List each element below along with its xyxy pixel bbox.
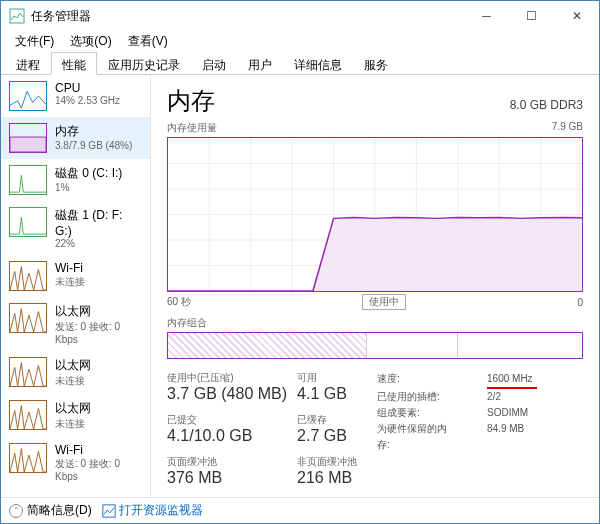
tab-4[interactable]: 用户 bbox=[237, 52, 283, 75]
sidebar-item-4[interactable]: Wi-Fi未连接 bbox=[1, 255, 150, 297]
mini-chart-cpu bbox=[9, 81, 47, 111]
sidebar: CPU14% 2.53 GHz内存3.8/7.9 GB (48%)磁盘 0 (C… bbox=[1, 75, 151, 497]
sidebar-item-name: 内存 bbox=[55, 123, 132, 140]
mini-chart-mem bbox=[9, 123, 47, 153]
mini-chart-net bbox=[9, 443, 47, 473]
collapse-button[interactable]: ˄简略信息(D) bbox=[9, 502, 92, 519]
memory-spec: 8.0 GB DDR3 bbox=[510, 98, 583, 112]
page-title: 内存 bbox=[167, 85, 215, 117]
speed-value: 1600 MHz bbox=[487, 371, 537, 389]
x-axis-right: 0 bbox=[577, 297, 583, 308]
slots-key: 已使用的插槽: bbox=[377, 389, 457, 405]
app-icon bbox=[9, 8, 25, 24]
sidebar-item-sub: 22% bbox=[55, 238, 142, 249]
sidebar-item-sub: 1% bbox=[55, 182, 122, 193]
sidebar-item-sub: 14% 2.53 GHz bbox=[55, 95, 120, 106]
titlebar: 任务管理器 ─ ☐ ✕ bbox=[1, 1, 599, 31]
sidebar-item-name: Wi-Fi bbox=[55, 443, 142, 457]
reserved-key: 为硬件保留的内存: bbox=[377, 421, 457, 453]
x-axis-left: 60 秒 bbox=[167, 295, 191, 309]
svg-rect-16 bbox=[103, 505, 115, 517]
mini-chart-disk bbox=[9, 165, 47, 195]
tab-6[interactable]: 服务 bbox=[353, 52, 399, 75]
memory-composition-bar bbox=[167, 332, 583, 359]
mini-chart-net bbox=[9, 400, 47, 430]
chevron-up-icon: ˄ bbox=[9, 504, 23, 518]
paged-label: 页面缓冲池 bbox=[167, 455, 287, 469]
nonpaged-value: 216 MB bbox=[297, 469, 357, 487]
sidebar-item-name: CPU bbox=[55, 81, 120, 95]
sidebar-item-name: 以太网 bbox=[55, 357, 91, 374]
tab-3[interactable]: 启动 bbox=[191, 52, 237, 75]
tab-2[interactable]: 应用历史记录 bbox=[97, 52, 191, 75]
close-button[interactable]: ✕ bbox=[554, 1, 599, 31]
nonpaged-label: 非页面缓冲池 bbox=[297, 455, 357, 469]
window-title: 任务管理器 bbox=[31, 8, 464, 25]
sidebar-item-7[interactable]: 以太网未连接 bbox=[1, 394, 150, 437]
used-value: 3.7 GB (480 MB) bbox=[167, 385, 287, 403]
form-key: 组成要素: bbox=[377, 405, 457, 421]
sidebar-item-name: 磁盘 0 (C: I:) bbox=[55, 165, 122, 182]
tab-0[interactable]: 进程 bbox=[5, 52, 51, 75]
sidebar-item-sub: 3.8/7.9 GB (48%) bbox=[55, 140, 132, 151]
menu-file[interactable]: 文件(F) bbox=[7, 31, 62, 51]
sidebar-item-name: 以太网 bbox=[55, 400, 91, 417]
tabbar: 进程性能应用历史记录启动用户详细信息服务 bbox=[1, 51, 599, 75]
chart-title: 内存使用量 bbox=[167, 121, 217, 135]
sidebar-item-2[interactable]: 磁盘 0 (C: I:)1% bbox=[1, 159, 150, 201]
mini-chart-net bbox=[9, 303, 47, 333]
paged-value: 376 MB bbox=[167, 469, 287, 487]
footer: ˄简略信息(D) 打开资源监视器 bbox=[1, 497, 599, 523]
sidebar-item-8[interactable]: Wi-Fi发送: 0 接收: 0 Kbps bbox=[1, 437, 150, 488]
cached-label: 已缓存 bbox=[297, 413, 357, 427]
open-monitor-label: 打开资源监视器 bbox=[119, 503, 203, 517]
sidebar-item-5[interactable]: 以太网发送: 0 接收: 0 Kbps bbox=[1, 297, 150, 351]
reserved-value: 84.9 MB bbox=[487, 421, 524, 453]
speed-key: 速度: bbox=[377, 371, 457, 389]
slots-value: 2/2 bbox=[487, 389, 501, 405]
svg-rect-1 bbox=[10, 137, 46, 152]
sidebar-item-3[interactable]: 磁盘 1 (D: F: G:)22% bbox=[1, 201, 150, 255]
open-monitor-link[interactable]: 打开资源监视器 bbox=[102, 502, 203, 519]
committed-label: 已提交 bbox=[167, 413, 287, 427]
minimize-button[interactable]: ─ bbox=[464, 1, 509, 31]
mini-chart-net bbox=[9, 261, 47, 291]
composition-used bbox=[168, 333, 367, 358]
maximize-button[interactable]: ☐ bbox=[509, 1, 554, 31]
main-panel: 内存 8.0 GB DDR3 内存使用量 7.9 GB 60 秒 使用中 0 内… bbox=[151, 75, 599, 497]
sidebar-item-sub: 未连接 bbox=[55, 417, 91, 431]
sidebar-item-sub: 未连接 bbox=[55, 374, 91, 388]
avail-value: 4.1 GB bbox=[297, 385, 357, 403]
composition-title: 内存组合 bbox=[167, 316, 583, 330]
tab-5[interactable]: 详细信息 bbox=[283, 52, 353, 75]
menubar: 文件(F) 选项(O) 查看(V) bbox=[1, 31, 599, 51]
cached-value: 2.7 GB bbox=[297, 427, 357, 445]
brief-label: 简略信息(D) bbox=[27, 503, 92, 517]
sidebar-item-6[interactable]: 以太网未连接 bbox=[1, 351, 150, 394]
mini-chart-net bbox=[9, 357, 47, 387]
sidebar-item-sub: 发送: 0 接收: 0 Kbps bbox=[55, 457, 142, 482]
used-label: 使用中(已压缩) bbox=[167, 371, 287, 385]
memory-usage-chart bbox=[167, 137, 583, 292]
tab-1[interactable]: 性能 bbox=[51, 52, 97, 75]
composition-standby bbox=[367, 333, 458, 358]
sidebar-item-sub: 未连接 bbox=[55, 275, 85, 289]
mini-chart-disk bbox=[9, 207, 47, 237]
sidebar-item-1[interactable]: 内存3.8/7.9 GB (48%) bbox=[1, 117, 150, 159]
chart-ymax: 7.9 GB bbox=[552, 121, 583, 135]
avail-label: 可用 bbox=[297, 371, 357, 385]
committed-value: 4.1/10.0 GB bbox=[167, 427, 287, 445]
menu-options[interactable]: 选项(O) bbox=[62, 31, 119, 51]
sidebar-item-sub: 发送: 0 接收: 0 Kbps bbox=[55, 320, 142, 345]
sidebar-item-name: 以太网 bbox=[55, 303, 142, 320]
sidebar-item-name: Wi-Fi bbox=[55, 261, 85, 275]
x-axis-legend: 使用中 bbox=[362, 294, 406, 310]
form-value: SODIMM bbox=[487, 405, 528, 421]
sidebar-item-name: 磁盘 1 (D: F: G:) bbox=[55, 207, 142, 238]
menu-view[interactable]: 查看(V) bbox=[120, 31, 176, 51]
sidebar-item-0[interactable]: CPU14% 2.53 GHz bbox=[1, 75, 150, 117]
